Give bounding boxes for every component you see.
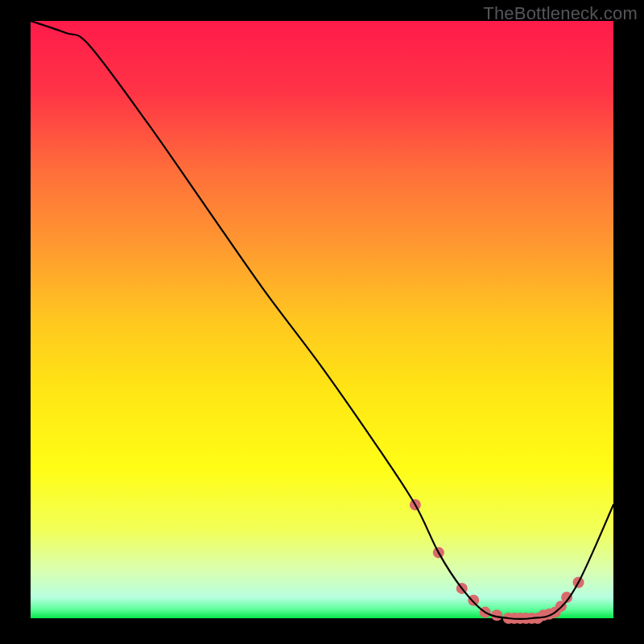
chart-stage: TheBottleneck.com — [0, 0, 644, 644]
bottleneck-curve-chart — [0, 0, 644, 644]
curve-marker — [468, 595, 479, 606]
attribution-text: TheBottleneck.com — [483, 3, 638, 24]
gradient-background — [31, 21, 613, 618]
